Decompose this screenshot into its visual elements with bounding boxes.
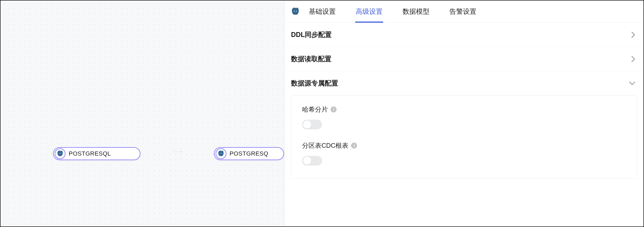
info-icon[interactable]: i <box>331 106 337 112</box>
target-node-postgresql[interactable]: POSTGRESQ <box>214 147 284 160</box>
section-ddl-sync[interactable]: DDL同步配置 <box>285 23 643 47</box>
info-icon[interactable]: i <box>351 143 357 149</box>
settings-panel: 基础设置 高级设置 数据模型 告警设置 DDL同步配置 数据读取配置 数据源专属… <box>285 1 643 226</box>
svg-point-2 <box>61 153 61 153</box>
cdc-root-toggle[interactable] <box>302 156 322 166</box>
section-title: 数据源专属配置 <box>291 79 338 88</box>
source-node-postgresql[interactable]: POSTGRESQL <box>53 147 140 160</box>
tab-alert-settings[interactable]: 告警设置 <box>449 1 477 23</box>
chevron-right-icon <box>631 56 635 62</box>
setting-label: 哈希分片 i <box>302 105 626 114</box>
section-title: 数据读取配置 <box>291 54 331 63</box>
svg-point-6 <box>296 11 297 11</box>
hash-partition-toggle[interactable] <box>302 120 322 129</box>
postgresql-icon <box>290 7 300 16</box>
panel-body: DDL同步配置 数据读取配置 数据源专属配置 哈希分片 i <box>285 23 643 226</box>
svg-point-1 <box>59 153 60 153</box>
svg-point-4 <box>221 153 222 153</box>
label-text: 分区表CDC根表 <box>302 141 348 150</box>
setting-cdc-root-table: 分区表CDC根表 i <box>302 141 626 166</box>
tab-data-model[interactable]: 数据模型 <box>402 1 430 23</box>
chevron-down-icon <box>629 81 635 85</box>
section-title: DDL同步配置 <box>291 30 332 39</box>
section-data-read[interactable]: 数据读取配置 <box>285 47 643 71</box>
source-node-label: POSTGRESQL <box>69 150 111 157</box>
target-node-label: POSTGRESQ <box>230 150 268 157</box>
svg-point-3 <box>220 153 220 153</box>
postgresql-icon <box>55 148 65 159</box>
flow-canvas[interactable]: POSTGRESQL POSTGRESQ <box>1 1 285 226</box>
setting-hash-partition: 哈希分片 i <box>302 105 626 129</box>
datasource-section-content: 哈希分片 i 分区表CDC根表 i <box>291 95 637 179</box>
chevron-right-icon <box>631 32 635 38</box>
tab-basic-settings[interactable]: 基础设置 <box>308 1 336 23</box>
setting-label: 分区表CDC根表 i <box>302 141 626 150</box>
svg-point-5 <box>294 11 295 11</box>
tabs-header: 基础设置 高级设置 数据模型 告警设置 <box>285 1 643 23</box>
node-connection-arrow <box>141 152 214 152</box>
label-text: 哈希分片 <box>302 105 328 114</box>
section-datasource-specific[interactable]: 数据源专属配置 <box>285 71 643 95</box>
postgresql-icon <box>216 148 226 159</box>
tab-advanced-settings[interactable]: 高级设置 <box>355 1 383 23</box>
